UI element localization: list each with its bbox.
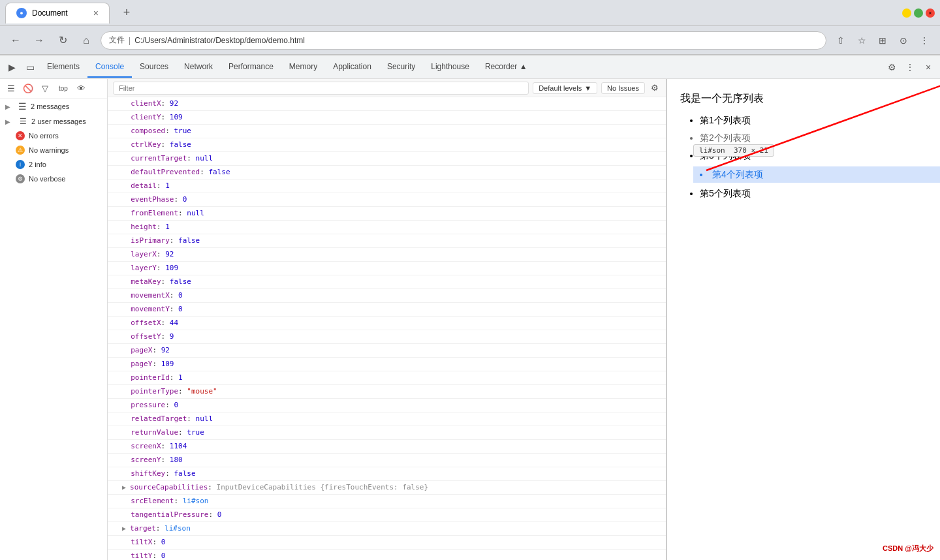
- minimize-button[interactable]: [902, 8, 911, 18]
- console-line: layerY: 109: [108, 262, 666, 275]
- devtools-body: ☰ 🚫 ▽ top 👁 ▶ ☰ 2 messages ▶: [0, 79, 940, 560]
- console-sidebar: ☰ 🚫 ▽ top 👁 ▶ ☰ 2 messages ▶: [0, 79, 108, 560]
- console-line: metaKey: false: [108, 275, 666, 289]
- tab-console[interactable]: Console: [87, 57, 132, 78]
- sidebar-errors-label: No errors: [29, 132, 59, 140]
- devtools-settings-icon[interactable]: ⚙: [883, 58, 901, 76]
- error-icon: ✕: [16, 131, 25, 140]
- console-line: screenX: 1104: [108, 440, 666, 454]
- toolbar-icons: ⇧ ☆ ⊞ ⊙ ⋮: [832, 31, 933, 50]
- new-tab-button[interactable]: +: [118, 4, 136, 22]
- devtools-panel: ▶ ▭ Elements Console Sources Network Per…: [0, 55, 940, 560]
- tab-elements[interactable]: Elements: [39, 57, 87, 78]
- expand-user-messages-arrow: ▶: [5, 118, 12, 125]
- console-line: pointerType: "mouse": [108, 385, 666, 399]
- tab-recorder[interactable]: Recorder ▲: [477, 57, 535, 78]
- share-icon[interactable]: ⇧: [832, 31, 850, 50]
- sidebar-item-messages[interactable]: ▶ ☰ 2 messages: [0, 99, 107, 114]
- console-line: relatedTarget: null: [108, 412, 666, 426]
- console-line: pressure: 0: [108, 399, 666, 412]
- devtools-tab-bar: ▶ ▭ Elements Console Sources Network Per…: [0, 55, 940, 79]
- console-line: shiftKey: false: [108, 467, 666, 481]
- tab-close-button[interactable]: ×: [93, 8, 99, 18]
- sidebar-item-verbose[interactable]: ⚙ No verbose: [0, 172, 107, 186]
- address-separator: |: [129, 36, 131, 45]
- sidebar-user-messages-label: 2 user messages: [31, 117, 86, 125]
- sidebar-clear-icon[interactable]: 🚫: [21, 82, 35, 96]
- console-line: movementX: 0: [108, 289, 666, 303]
- devtools-close-icon[interactable]: ×: [919, 58, 937, 76]
- console-line: movementY: 0: [108, 303, 666, 317]
- default-levels-button[interactable]: Default levels ▼: [533, 82, 597, 94]
- expand-messages-arrow: ▶: [5, 103, 12, 110]
- verbose-icon: ⚙: [16, 174, 25, 183]
- console-line: clientY: 109: [108, 111, 666, 125]
- console-settings-icon[interactable]: ⚙: [649, 82, 661, 94]
- user-messages-icon: ☰: [18, 117, 27, 126]
- console-line: height: 1: [108, 221, 666, 234]
- devtools-inspect-icon[interactable]: ▶: [3, 58, 21, 76]
- tab-security[interactable]: Security: [379, 57, 423, 78]
- address-protocol: 文件: [109, 35, 125, 46]
- console-line: clientX: 92: [108, 97, 666, 111]
- messages-list-icon: ☰: [18, 101, 27, 112]
- sidebar-filter-icon[interactable]: ▽: [38, 82, 52, 96]
- sidebar-verbose-label: No verbose: [29, 175, 65, 183]
- home-button[interactable]: ⌂: [77, 31, 95, 50]
- menu-icon[interactable]: ⋮: [915, 31, 933, 50]
- sidebar-item-user-messages[interactable]: ▶ ☰ 2 user messages: [0, 114, 107, 129]
- info-spacer: [5, 161, 12, 168]
- reload-button[interactable]: ↻: [54, 31, 72, 50]
- no-issues-label: No Issues: [607, 84, 639, 92]
- default-levels-label: Default levels: [539, 84, 582, 92]
- star-icon[interactable]: ☆: [853, 31, 871, 50]
- back-button[interactable]: ←: [7, 31, 25, 50]
- info-icon: i: [16, 160, 25, 169]
- profile-icon[interactable]: ⊙: [894, 31, 913, 50]
- console-line: defaultPrevented: false: [108, 166, 666, 179]
- address-url: C:/Users/Administrator/Desktop/demo/demo…: [134, 36, 305, 45]
- errors-spacer: [5, 132, 12, 140]
- webpage-panel: 我是一个无序列表 第1个列表项 li#son 370 × 21 第2个列表项 第…: [666, 79, 940, 560]
- sidebar-toolbar: ☰ 🚫 ▽ top 👁: [0, 79, 107, 99]
- close-button[interactable]: ×: [926, 8, 935, 18]
- extensions-icon[interactable]: ⊞: [873, 31, 892, 50]
- console-line: fromElement: null: [108, 207, 666, 221]
- active-tab[interactable]: ● Document ×: [5, 3, 110, 23]
- tab-application[interactable]: Application: [325, 57, 379, 78]
- verbose-spacer: [5, 176, 12, 183]
- webpage-heading: 我是一个无序列表: [680, 92, 927, 106]
- tab-memory[interactable]: Memory: [281, 57, 325, 78]
- tab-title: Document: [32, 8, 88, 18]
- tab-sources[interactable]: Sources: [132, 57, 176, 78]
- warnings-spacer: [5, 147, 12, 154]
- address-bar[interactable]: 文件 | C:/Users/Administrator/Desktop/demo…: [101, 31, 826, 50]
- devtools-more-icon[interactable]: ⋮: [901, 58, 919, 76]
- sidebar-warnings-label: No warnings: [29, 146, 69, 154]
- sidebar-item-errors[interactable]: ✕ No errors: [0, 129, 107, 143]
- tab-lighthouse[interactable]: Lighthouse: [423, 57, 477, 78]
- address-bar-row: ← → ↻ ⌂ 文件 | C:/Users/Administrator/Desk…: [0, 26, 940, 55]
- console-line: currentTarget: null: [108, 152, 666, 166]
- console-line: offsetX: 44: [108, 317, 666, 330]
- devtools-device-icon[interactable]: ▭: [21, 58, 39, 76]
- sidebar-item-warnings[interactable]: ⚠ No warnings: [0, 143, 107, 157]
- sidebar-item-info[interactable]: i 2 info: [0, 157, 107, 172]
- sidebar-eye-icon[interactable]: 👁: [74, 82, 89, 96]
- sidebar-toggle-icon[interactable]: ☰: [4, 82, 18, 96]
- sidebar-messages-label: 2 messages: [31, 102, 69, 110]
- no-issues-button[interactable]: No Issues: [601, 82, 645, 94]
- list-item-2: 第2个列表项: [700, 131, 927, 145]
- list-item-1: 第1个列表项: [700, 114, 927, 127]
- sidebar-items: ▶ ☰ 2 messages ▶ ☰ 2 user messages ✕: [0, 99, 107, 560]
- maximize-button[interactable]: [914, 8, 923, 18]
- tab-performance[interactable]: Performance: [221, 57, 281, 78]
- console-line: ctrlKey: false: [108, 138, 666, 152]
- tab-network[interactable]: Network: [176, 57, 221, 78]
- console-filter-input[interactable]: [113, 82, 529, 95]
- element-tooltip: li#son 370 × 21: [693, 144, 774, 157]
- forward-button[interactable]: →: [30, 31, 48, 50]
- console-line: composed: true: [108, 125, 666, 138]
- console-line: tiltX: 0: [108, 536, 666, 550]
- webpage-list: 第1个列表项 li#son 370 × 21 第2个列表项 第3个列表项 第4个…: [680, 114, 927, 200]
